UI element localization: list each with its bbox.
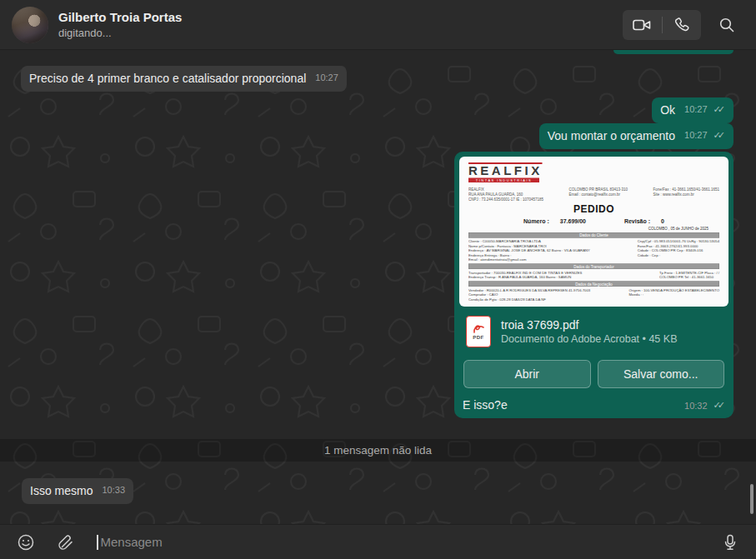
read-receipt-icon: ✓✓ xyxy=(713,400,725,412)
message-time: 10:33 xyxy=(102,482,125,499)
incoming-message[interactable]: Preciso de 4 primer branco e catalisador… xyxy=(21,66,347,92)
document-date-line: COLOMBO , 05 de JUNHO de 2025 xyxy=(468,227,708,231)
chat-header: Gilberto Troia Portas digitando... xyxy=(0,0,756,50)
company-address-mid: COLOMBO PR BRASIL 83413-310 Email : cont… xyxy=(569,187,628,202)
document-preview-image[interactable]: REALFIX TINTAS INDUSTRIAIS REALFIX RUA A… xyxy=(459,157,728,307)
section-header: Dados do Transportador xyxy=(468,264,719,270)
voice-call-button[interactable] xyxy=(663,10,702,40)
video-call-button[interactable] xyxy=(623,10,662,40)
unread-messages-divider: 1 mensagem não lida xyxy=(0,439,756,462)
negotiation-data-right: Origem : 100-VENDA PRODUÇÃO ESTABELECIME… xyxy=(629,288,719,302)
numero-label: Número : xyxy=(523,217,549,224)
company-address-left: REALFIX RUA ANA PAULA GUARDA, 160 CNPJ :… xyxy=(468,187,543,202)
read-receipt-icon: ✓✓ xyxy=(713,127,725,144)
unread-divider-text: 1 mensagem não lida xyxy=(324,444,432,457)
negotiation-data-left: Vendedor : R00020-L A R RODRIGUES DA SIL… xyxy=(468,288,590,302)
search-button[interactable] xyxy=(713,11,741,39)
open-document-button[interactable]: Abrir xyxy=(463,360,591,388)
text-cursor xyxy=(97,535,98,550)
section-header: Dados da Negociação xyxy=(468,282,719,287)
realfix-logo: REALFIX xyxy=(468,162,543,177)
pdf-badge-text: PDF xyxy=(473,335,484,340)
document-title: PEDIDO xyxy=(468,203,719,215)
search-icon xyxy=(718,17,735,33)
message-time: 10:27 xyxy=(315,70,338,87)
numero-value: 37.699/00 xyxy=(560,217,586,224)
incoming-message[interactable]: Isso mesmo 10:33 xyxy=(22,478,133,504)
outgoing-message[interactable]: Ok 10:27 ✓✓ xyxy=(652,97,733,123)
pdf-page-preview: REALFIX TINTAS INDUSTRIAIS REALFIX RUA A… xyxy=(459,157,728,307)
contact-name: Gilberto Troia Portas xyxy=(58,10,182,25)
client-data-right: Cnpj/Cpf : 05.983.051/0001-76 UsRg : 905… xyxy=(638,239,719,262)
message-input[interactable] xyxy=(101,535,720,549)
call-button-group xyxy=(623,10,701,40)
transport-data-left: Transportador : 700030-REALFIX IND E COM… xyxy=(468,271,582,280)
realfix-logo-subtitle: TINTAS INDUSTRIAIS xyxy=(468,178,539,183)
message-time: 10:27 xyxy=(684,102,708,118)
message-text: Preciso de 4 primer branco e catalisador… xyxy=(29,71,306,87)
contact-avatar[interactable] xyxy=(12,7,48,43)
contact-info[interactable]: Gilberto Troia Portas digitando... xyxy=(58,10,182,40)
paperclip-icon xyxy=(57,533,75,552)
whatsapp-chat-window: Gilberto Troia Portas digitando... xyxy=(0,0,756,559)
chat-scrollbar-thumb[interactable] xyxy=(750,484,753,514)
file-meta: Documento do Adobe Acrobat • 45 KB xyxy=(501,332,677,347)
cut-off-message-bubble xyxy=(613,50,733,54)
phone-icon xyxy=(673,17,690,33)
revisao-value: 0 xyxy=(661,217,664,224)
file-attachment-row[interactable]: PDF troia 37699.pdf Documento do Adobe A… xyxy=(459,307,728,347)
outgoing-message[interactable]: Vou montar o orçamento 10:27 ✓✓ xyxy=(539,123,733,149)
file-name: troia 37699.pdf xyxy=(501,317,677,332)
message-text: Vou montar o orçamento xyxy=(548,128,675,144)
message-composer xyxy=(0,524,756,559)
document-caption: E isso?e xyxy=(463,398,508,412)
typing-status: digitando... xyxy=(58,26,182,40)
message-time: 10:27 xyxy=(684,127,708,144)
message-text: Ok xyxy=(660,102,675,118)
emoji-smiley-icon xyxy=(17,533,35,552)
revisao-label: Revisão : xyxy=(624,217,650,224)
video-camera-icon xyxy=(632,17,652,33)
message-time: 10:32 xyxy=(684,401,708,412)
pdf-file-icon: PDF xyxy=(466,316,491,347)
company-address-right: Fone/Fax : 41-3661.1650/41-3661.1651 Sit… xyxy=(653,187,719,202)
microphone-icon xyxy=(722,533,738,552)
emoji-button[interactable] xyxy=(15,532,37,553)
attach-button[interactable] xyxy=(55,532,77,553)
message-text: Isso mesmo xyxy=(30,483,93,499)
read-receipt-icon: ✓✓ xyxy=(713,102,725,118)
section-header: Dados do Cliente xyxy=(468,232,719,238)
outgoing-document-message[interactable]: REALFIX TINTAS INDUSTRIAIS REALFIX RUA A… xyxy=(454,152,733,418)
save-as-button[interactable]: Salvar como... xyxy=(598,360,725,388)
client-data-left: Cliente : C00050-MARCENARIA TROIA LTDA N… xyxy=(468,239,590,262)
transport-data-right: Tp Frete : 1-EMITENTE-CIF Placa : / / CO… xyxy=(659,271,719,280)
voice-record-button[interactable] xyxy=(719,532,741,553)
